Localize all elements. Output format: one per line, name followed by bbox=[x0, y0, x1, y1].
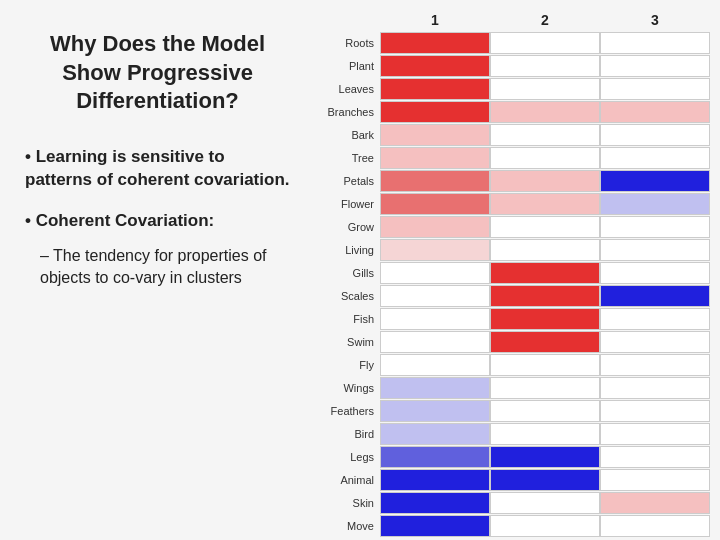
heatmap-cell bbox=[600, 469, 710, 491]
row-label: Bird bbox=[320, 428, 380, 440]
heatmap-cell bbox=[380, 331, 490, 353]
table-row: Move bbox=[320, 515, 710, 537]
row-label: Grow bbox=[320, 221, 380, 233]
heatmap-cell bbox=[600, 400, 710, 422]
table-row: Tree bbox=[320, 147, 710, 169]
heatmap-cell bbox=[380, 400, 490, 422]
heatmap-cell bbox=[380, 469, 490, 491]
heatmap-cell bbox=[380, 193, 490, 215]
heatmap-cell bbox=[490, 285, 600, 307]
heatmap-cell bbox=[380, 446, 490, 468]
heatmap-cell bbox=[380, 147, 490, 169]
heatmap-cell bbox=[600, 32, 710, 54]
heatmap-cell bbox=[380, 124, 490, 146]
heatmap-cell bbox=[490, 308, 600, 330]
heatmap-cell bbox=[490, 55, 600, 77]
bullet-2-text: • Coherent Covariation: bbox=[25, 211, 214, 230]
col-header: 3 bbox=[600, 10, 710, 30]
row-label: Bark bbox=[320, 129, 380, 141]
heatmap-cell bbox=[600, 492, 710, 514]
bullet-1: • Learning is sensitive to patterns of c… bbox=[25, 146, 290, 192]
table-row: Bark bbox=[320, 124, 710, 146]
row-label: Fly bbox=[320, 359, 380, 371]
table-row: Wings bbox=[320, 377, 710, 399]
heatmap-cell bbox=[380, 170, 490, 192]
heatmap-cell bbox=[490, 446, 600, 468]
heatmap-cell bbox=[600, 101, 710, 123]
heatmap-cell bbox=[490, 101, 600, 123]
heatmap-cell bbox=[380, 262, 490, 284]
heatmap-cell bbox=[600, 446, 710, 468]
heatmap-cell bbox=[600, 124, 710, 146]
table-row: Living bbox=[320, 239, 710, 261]
heatmap-cell bbox=[380, 32, 490, 54]
heatmap-cell bbox=[490, 377, 600, 399]
table-row: Swim bbox=[320, 331, 710, 353]
col-header: 1 bbox=[380, 10, 490, 30]
heatmap-cell bbox=[380, 101, 490, 123]
row-label: Skin bbox=[320, 497, 380, 509]
heatmap-cell bbox=[600, 262, 710, 284]
right-panel: 123 RootsPlantLeavesBranchesBarkTreePeta… bbox=[315, 0, 720, 540]
table-row: Bird bbox=[320, 423, 710, 445]
row-label: Move bbox=[320, 520, 380, 532]
table-row: Leaves bbox=[320, 78, 710, 100]
row-label: Petals bbox=[320, 175, 380, 187]
row-label: Flower bbox=[320, 198, 380, 210]
heatmap-cell bbox=[600, 193, 710, 215]
heatmap-cell bbox=[600, 423, 710, 445]
heatmap-cell bbox=[380, 55, 490, 77]
heatmap-cell bbox=[600, 354, 710, 376]
table-row: Scales bbox=[320, 285, 710, 307]
table-row: Roots bbox=[320, 32, 710, 54]
row-label: Animal bbox=[320, 474, 380, 486]
heatmap-cell bbox=[380, 216, 490, 238]
heatmap-cell bbox=[490, 124, 600, 146]
heatmap-cell bbox=[380, 239, 490, 261]
table-row: Flower bbox=[320, 193, 710, 215]
heatmap-cell bbox=[490, 170, 600, 192]
table-row: Legs bbox=[320, 446, 710, 468]
row-label: Leaves bbox=[320, 83, 380, 95]
heatmap-cell bbox=[490, 423, 600, 445]
heatmap-cell bbox=[490, 216, 600, 238]
heatmap-cell bbox=[600, 515, 710, 537]
heatmap-cell bbox=[600, 170, 710, 192]
sub-item: – The tendency for properties of objects… bbox=[40, 245, 290, 290]
table-row: Skin bbox=[320, 492, 710, 514]
heatmap-cell bbox=[600, 216, 710, 238]
row-label: Gills bbox=[320, 267, 380, 279]
heatmap-cell bbox=[490, 239, 600, 261]
heatmap-cell bbox=[490, 469, 600, 491]
table-row: Gills bbox=[320, 262, 710, 284]
row-label: Wings bbox=[320, 382, 380, 394]
row-label: Living bbox=[320, 244, 380, 256]
heatmap-cell bbox=[490, 193, 600, 215]
page-title: Why Does the Model Show Progressive Diff… bbox=[25, 30, 290, 116]
heatmap-grid: 123 RootsPlantLeavesBranchesBarkTreePeta… bbox=[320, 10, 710, 538]
heatmap-cell bbox=[490, 331, 600, 353]
heatmap-cell bbox=[490, 354, 600, 376]
bullet-2: • Coherent Covariation: – The tendency f… bbox=[25, 210, 290, 290]
table-row: Plant bbox=[320, 55, 710, 77]
heatmap-cell bbox=[380, 78, 490, 100]
table-row: Petals bbox=[320, 170, 710, 192]
heatmap-cell bbox=[490, 515, 600, 537]
col-header: 2 bbox=[490, 10, 600, 30]
heatmap-cell bbox=[380, 423, 490, 445]
heatmap-cell bbox=[490, 492, 600, 514]
heatmap-cell bbox=[490, 32, 600, 54]
row-label: Roots bbox=[320, 37, 380, 49]
heatmap-cell bbox=[600, 331, 710, 353]
heatmap-cell bbox=[490, 78, 600, 100]
row-label: Plant bbox=[320, 60, 380, 72]
heatmap-cell bbox=[490, 147, 600, 169]
heatmap-cell bbox=[600, 147, 710, 169]
heatmap-cell bbox=[600, 55, 710, 77]
table-row: Fish bbox=[320, 308, 710, 330]
heatmap-cell bbox=[490, 262, 600, 284]
heatmap-cell bbox=[380, 492, 490, 514]
row-label: Branches bbox=[320, 106, 380, 118]
heatmap-cell bbox=[600, 239, 710, 261]
row-label: Scales bbox=[320, 290, 380, 302]
